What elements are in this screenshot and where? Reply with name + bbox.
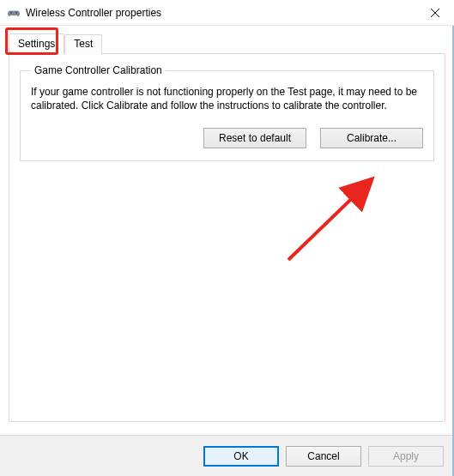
svg-point-1 (15, 12, 17, 14)
tab-settings[interactable]: Settings (9, 33, 64, 54)
titlebar: Wireless Controller properties (0, 0, 454, 26)
controller-icon (7, 6, 21, 20)
content-area: Settings Test Game Controller Calibratio… (0, 26, 454, 435)
cancel-button[interactable]: Cancel (286, 446, 361, 467)
svg-line-4 (288, 181, 370, 260)
close-button[interactable] (415, 0, 454, 26)
calibration-legend: Game Controller Calibration (31, 64, 166, 76)
window-title: Wireless Controller properties (26, 7, 415, 19)
ok-button[interactable]: OK (203, 446, 279, 467)
calibration-button-row: Reset to default Calibrate... (31, 128, 423, 148)
calibrate-button[interactable]: Calibrate... (320, 128, 423, 148)
calibration-group: Game Controller Calibration If your game… (20, 64, 434, 161)
reset-to-default-button[interactable]: Reset to default (203, 128, 306, 148)
close-icon (431, 9, 439, 17)
tab-strip: Settings Test (9, 33, 445, 53)
annotation-arrow (267, 166, 404, 268)
dialog-footer: OK Cancel Apply (0, 435, 454, 476)
apply-button: Apply (368, 446, 444, 467)
svg-point-0 (10, 12, 12, 14)
calibration-description: If your game controller is not functioni… (31, 85, 423, 112)
tab-panel-settings: Game Controller Calibration If your game… (9, 53, 445, 422)
tab-test[interactable]: Test (64, 34, 102, 55)
